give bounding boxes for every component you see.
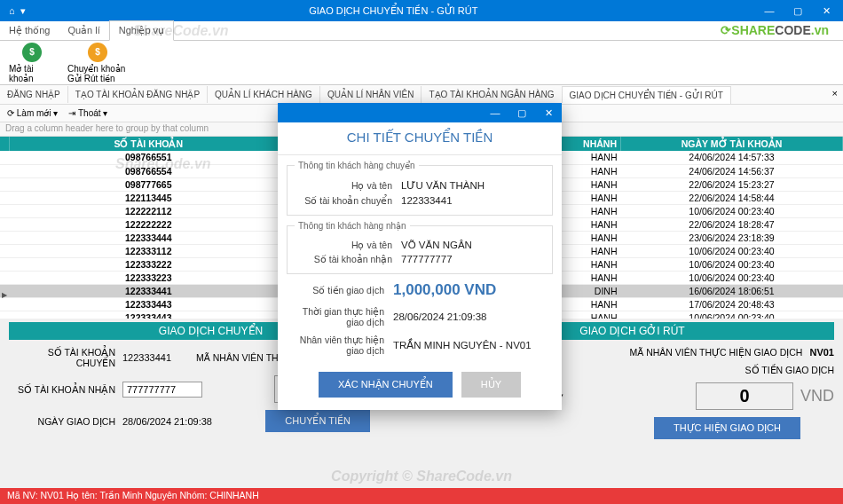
modal-time: 28/06/2024 21:09:38 xyxy=(393,311,487,322)
subtab-tao-tk-nh[interactable]: TẠO TÀI KHOẢN NGÂN HÀNG xyxy=(422,86,562,103)
maximize-icon[interactable]: ▢ xyxy=(784,5,811,17)
lbl-acc-from: SỐ TÀI KHOẢN CHUYỂN xyxy=(9,347,115,368)
receiver-name: VÕ VĂN NGÂN xyxy=(401,240,472,250)
acc-to-input[interactable] xyxy=(122,382,202,398)
dw-amount-input[interactable]: 0 xyxy=(696,382,793,410)
sender-group: Thông tin khách hàng chuyển Họ và tênLƯU… xyxy=(287,161,553,216)
tab-close-icon[interactable]: × xyxy=(832,88,838,98)
receiver-group: Thông tin khách hàng nhận Họ và tênVÕ VĂ… xyxy=(287,221,553,274)
val-acc-from: 122333441 xyxy=(122,352,171,363)
dw-lbl-staff: MÃ NHÂN VIÊN THỰC HIỆN GIAO DỊCH xyxy=(629,347,802,358)
qat-dropdown-icon[interactable]: ▾ xyxy=(20,5,26,17)
watermark-copyright: Copyright © ShareCode.vn xyxy=(0,469,843,484)
do-transfer-button[interactable]: CHUYỂN TIỀN xyxy=(265,410,370,432)
titlebar: ⌂ ▾ GIAO DỊCH CHUYỂN TIỀN - GỬI RÚT — ▢ … xyxy=(0,0,843,21)
col-account[interactable]: SỐ TÀI KHOẢN xyxy=(9,137,288,151)
do-dw-button[interactable]: THỰC HIỆN GIAO DỊCH xyxy=(654,417,800,439)
status-bar: Mã NV: NV01 Họ tên: Trần Minh Nguyên Nhó… xyxy=(0,488,843,504)
window-title: GIAO DỊCH CHUYỂN TIỀN - GỬI RÚT xyxy=(31,5,756,17)
ribbon-tabs: Hệ thống Quản lí Nghiệp vụ ShareCode.vn … xyxy=(0,21,843,41)
dialog-close-icon[interactable]: ✕ xyxy=(535,107,562,119)
transfer-detail-dialog: — ▢ ✕ CHI TIẾT CHUYỂN TIỀN Thông tin khá… xyxy=(278,103,562,410)
dialog-minimize-icon[interactable]: — xyxy=(482,107,508,118)
subtab-dang-nhap[interactable]: ĐĂNG NHẬP xyxy=(0,86,68,103)
col-date[interactable]: NGÀY MỞ TÀI KHOẢN xyxy=(621,137,843,151)
qat-icon[interactable]: ⌂ xyxy=(9,5,15,17)
exit-button[interactable]: ⇥ Thoát ▾ xyxy=(68,108,107,118)
subtab-ql-kh[interactable]: QUẢN LÍ KHÁCH HÀNG xyxy=(208,86,320,103)
transfer-button[interactable]: $ Chuyển khoản Gửi Rút tiền xyxy=(67,44,128,81)
dw-lbl-amount: SỐ TIỀN GIAO DỊCH xyxy=(745,365,834,375)
modal-staff: TRẦN MINH NGUYÊN - NV01 xyxy=(393,339,532,351)
lbl-acc-to: SỐ TÀI KHOẢN NHẬN xyxy=(9,384,115,395)
lbl-staff: MÃ NHÂN VIÊN TH xyxy=(196,352,279,363)
ribbon: $ Mở tài khoản $ Chuyển khoản Gửi Rút ti… xyxy=(0,41,843,85)
close-icon[interactable]: ✕ xyxy=(813,5,839,17)
modal-amount: 1,000,000 VND xyxy=(393,281,496,299)
transfer-label: Chuyển khoản Gửi Rút tiền xyxy=(67,64,128,83)
subtab-ql-nv[interactable]: QUẢN LÍ NHÂN VIÊN xyxy=(320,86,422,103)
tab-he-thong[interactable]: Hệ thống xyxy=(0,21,59,40)
receiver-acc: 777777777 xyxy=(401,254,453,264)
dialog-title: CHI TIẾT CHUYỂN TIỀN xyxy=(278,122,562,155)
sender-name: LƯU VĂN THÀNH xyxy=(401,179,485,192)
dialog-titlebar[interactable]: — ▢ ✕ xyxy=(278,103,562,122)
sharecode-logo: ⟳SHARECODE.vn xyxy=(721,23,829,37)
lbl-date: NGÀY GIAO DỊCH xyxy=(9,416,115,427)
minimize-icon[interactable]: — xyxy=(756,5,783,17)
dw-staff: NV01 xyxy=(809,347,834,358)
subtab-tao-tk-dn[interactable]: TẠO TÀI KHOẢN ĐĂNG NHẬP xyxy=(68,86,208,103)
tab-nghiep-vu[interactable]: Nghiệp vụ xyxy=(109,20,174,41)
cancel-transfer-button[interactable]: HỦY xyxy=(461,372,521,398)
open-account-label: Mở tài khoản xyxy=(9,64,55,83)
sender-acc: 122333441 xyxy=(401,195,453,206)
open-account-button[interactable]: $ Mở tài khoản xyxy=(9,44,55,81)
tab-quan-li[interactable]: Quản lí xyxy=(59,21,108,40)
sender-legend: Thông tin khách hàng chuyển xyxy=(295,161,419,170)
document-tabs: ĐĂNG NHẬP TẠO TÀI KHOẢN ĐĂNG NHẬP QUẢN L… xyxy=(0,85,843,105)
val-date: 28/06/2024 21:09:38 xyxy=(122,416,212,427)
receiver-legend: Thông tin khách hàng nhận xyxy=(295,221,410,231)
dw-unit: VND xyxy=(800,387,834,406)
dialog-maximize-icon[interactable]: ▢ xyxy=(508,107,535,119)
subtab-giao-dich[interactable]: GIAO DỊCH CHUYỂN TIỀN - GỬI RÚT xyxy=(563,86,731,104)
refresh-button[interactable]: ⟳ Làm mới ▾ xyxy=(7,108,58,118)
confirm-transfer-button[interactable]: XÁC NHẬN CHUYỂN xyxy=(319,372,453,398)
